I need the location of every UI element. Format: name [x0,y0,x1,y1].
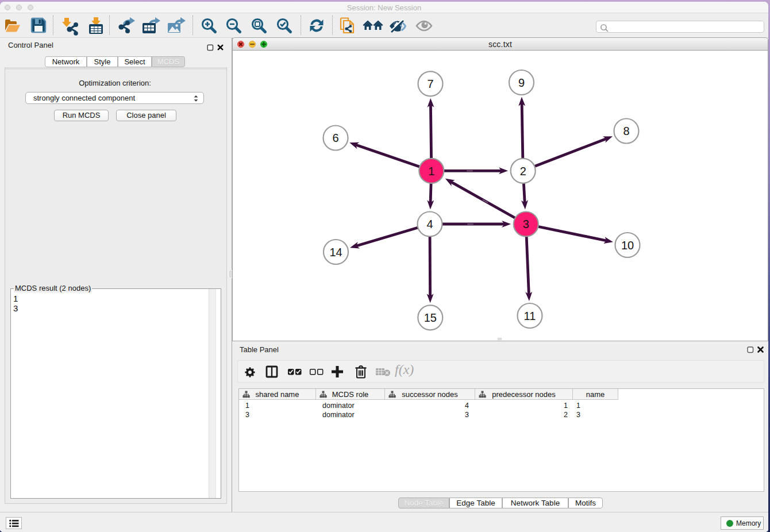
svg-text:11: 11 [524,310,536,322]
svg-text:14: 14 [329,246,342,259]
svg-text:15: 15 [424,311,437,324]
svg-text:7: 7 [427,78,433,90]
svg-text:9: 9 [518,76,525,89]
svg-text:6: 6 [332,132,338,144]
svg-text:10: 10 [621,239,634,252]
svg-text:4: 4 [426,218,433,230]
svg-text:8: 8 [623,125,629,137]
svg-text:2: 2 [520,165,526,178]
svg-text:3: 3 [523,218,529,230]
svg-text:1: 1 [428,165,434,178]
